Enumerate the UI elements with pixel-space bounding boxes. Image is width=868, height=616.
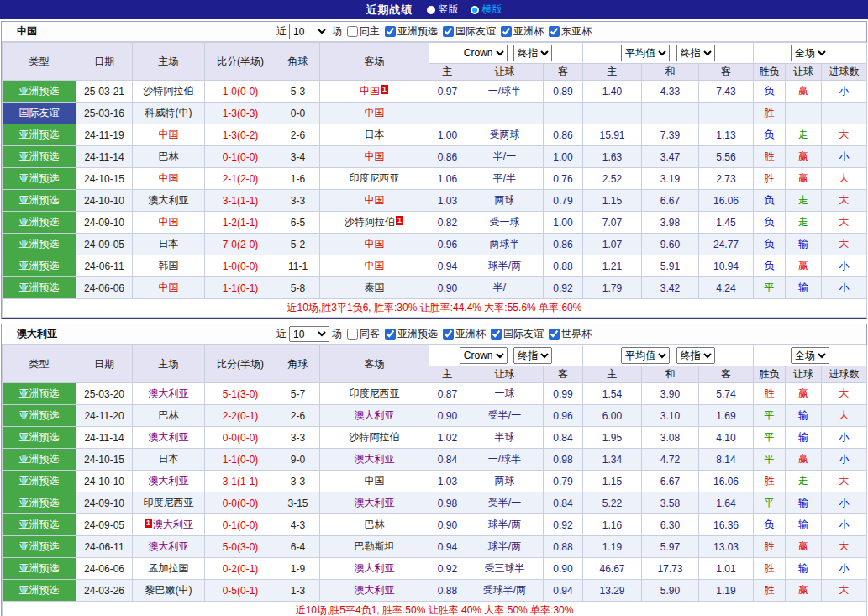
- fulltime-select[interactable]: 全场: [791, 347, 829, 364]
- filter-option[interactable]: 东亚杯: [549, 24, 592, 39]
- filter-option[interactable]: 亚洲杯: [443, 327, 486, 341]
- filter-option[interactable]: 国际友谊: [443, 24, 496, 39]
- result-cell: 平: [754, 449, 786, 471]
- filter-checkbox[interactable]: [501, 26, 512, 37]
- average-select[interactable]: 平均值: [621, 45, 670, 61]
- bookmaker-select[interactable]: Crown: [460, 347, 508, 364]
- odds-cell: 0.97: [429, 81, 466, 103]
- match-row: 亚洲预选24-10-15日本1-1(0-0)9-0澳大利亚0.84一/球半0.9…: [3, 449, 867, 471]
- result-cell: 输: [786, 427, 822, 449]
- col-header-home: 主场: [133, 43, 205, 81]
- odds-cell: 球半/两: [466, 536, 544, 558]
- results-table: 类型 日期 主场 比分(半场) 角球 客场 Crown 终指 平均值 终指: [2, 42, 867, 318]
- odds-cell: 0.92: [429, 558, 466, 580]
- result-cell: 赢: [786, 146, 822, 168]
- result-cell: 走: [786, 124, 822, 146]
- horizontal-layout-radio[interactable]: 横版: [471, 3, 502, 17]
- corner-cell: 1-6: [276, 168, 320, 190]
- away-team-cell: 澳大利亚: [320, 449, 429, 471]
- vertical-layout-radio[interactable]: 竖版: [427, 3, 459, 17]
- corner-cell: 3-15: [276, 492, 320, 514]
- team-name-text: 沙特阿拉伯: [350, 431, 400, 443]
- filter-option[interactable]: 同主: [347, 24, 380, 39]
- home-team-cell: 澳大利亚: [133, 536, 205, 558]
- result-cell: 小: [822, 427, 867, 449]
- filter-option-label: 同客: [360, 327, 380, 341]
- corner-cell: 1-9: [276, 558, 320, 580]
- competition-type-cell: 亚洲预选: [3, 492, 76, 514]
- date-cell: 24-10-10: [76, 471, 133, 492]
- filter-checkbox[interactable]: [347, 26, 358, 37]
- result-cell: 大: [822, 168, 867, 190]
- result-cell: 赢: [786, 449, 822, 471]
- odds-time-select[interactable]: 终指: [513, 347, 552, 364]
- competition-type-cell: 亚洲预选: [3, 405, 76, 427]
- match-count-select[interactable]: 10: [289, 326, 329, 342]
- corner-cell: 6-5: [276, 212, 320, 234]
- filter-checkbox[interactable]: [385, 26, 396, 37]
- filter-bar: 近 10 场 同客亚洲预选亚洲杯国际友谊世界杯: [276, 326, 592, 342]
- fulltime-select-group: 全场: [754, 43, 867, 64]
- result-cell: 大: [822, 234, 867, 255]
- red-card-badge: 1: [396, 216, 403, 225]
- odds-select-group: Crown 终指: [429, 345, 583, 366]
- average-cell: 2.52: [583, 168, 642, 190]
- col-header-type: 类型: [3, 345, 76, 383]
- filter-option[interactable]: 亚洲杯: [501, 24, 544, 39]
- match-row: 国际友谊25-03-16科威特(中)1-3(0-3)0-0中国胜: [3, 103, 867, 124]
- team-name-text: 沙特阿拉伯: [144, 85, 194, 97]
- result-cell: 胜: [754, 146, 786, 168]
- result-cell: 大: [822, 405, 867, 427]
- average-cell: 13.29: [583, 580, 642, 602]
- filter-option[interactable]: 国际友谊: [491, 327, 544, 341]
- average-cell: 3.08: [642, 427, 699, 449]
- filter-checkbox[interactable]: [443, 329, 454, 340]
- result-cell: 胜: [754, 471, 786, 492]
- fulltime-select[interactable]: 全场: [791, 45, 829, 61]
- score-cell: 0-1(0-0): [205, 514, 276, 536]
- col-header-score: 比分(半场): [205, 345, 276, 383]
- score-cell: 7-0(2-0): [205, 234, 276, 255]
- team-name-text: 日本: [159, 238, 179, 250]
- bookmaker-select[interactable]: Crown: [460, 45, 508, 61]
- result-cell: 大: [822, 124, 867, 146]
- average-select[interactable]: 平均值: [621, 347, 670, 364]
- average-cell: 1.34: [583, 449, 642, 471]
- filter-option[interactable]: 亚洲预选: [385, 24, 438, 39]
- average-time-select[interactable]: 终指: [676, 347, 715, 364]
- home-team-cell: 澳大利亚: [133, 427, 205, 449]
- score-cell: 5-0(3-0): [205, 536, 276, 558]
- team-name-text: 澳大利亚: [355, 409, 395, 421]
- filter-option[interactable]: 亚洲预选: [385, 327, 438, 341]
- competition-type-cell: 亚洲预选: [3, 580, 76, 602]
- date-cell: 24-09-10: [76, 492, 133, 514]
- odds-cell: 0.87: [429, 383, 466, 405]
- score-cell: 2-1(2-0): [205, 168, 276, 190]
- filter-checkbox[interactable]: [491, 329, 502, 340]
- filter-checkbox[interactable]: [549, 329, 560, 340]
- odds-cell: 0.86: [429, 146, 466, 168]
- filter-checkbox[interactable]: [347, 329, 358, 340]
- match-row: 亚洲预选24-06-06孟加拉国0-2(0-1)1-9澳大利亚0.92受三球半0…: [3, 558, 867, 580]
- average-cell: 3.58: [642, 492, 699, 514]
- odds-cell: 半/一: [466, 277, 544, 299]
- filter-option[interactable]: 世界杯: [549, 327, 592, 341]
- filter-checkbox[interactable]: [443, 26, 454, 37]
- filter-checkbox[interactable]: [549, 26, 560, 37]
- filter-checkbox[interactable]: [385, 329, 396, 340]
- subcol-odds-home: 主: [429, 64, 466, 81]
- average-cell: 7.43: [699, 81, 754, 103]
- odds-cell: 0.76: [544, 168, 583, 190]
- odds-cell: 球半/两: [466, 514, 544, 536]
- away-team-cell: 中国: [320, 146, 429, 168]
- average-time-select[interactable]: 终指: [676, 45, 715, 61]
- subcol-result-handicap: 让球: [786, 64, 822, 81]
- match-count-select[interactable]: 10: [289, 24, 329, 39]
- team-name-text: 印度尼西亚: [350, 172, 400, 184]
- corner-cell: 5-8: [276, 277, 320, 299]
- home-team-cell: 澳大利亚: [133, 383, 205, 405]
- subcol-result-winloss: 胜负: [754, 366, 786, 383]
- filter-option[interactable]: 同客: [347, 327, 380, 341]
- average-cell: 4.24: [699, 277, 754, 299]
- odds-time-select[interactable]: 终指: [513, 45, 552, 61]
